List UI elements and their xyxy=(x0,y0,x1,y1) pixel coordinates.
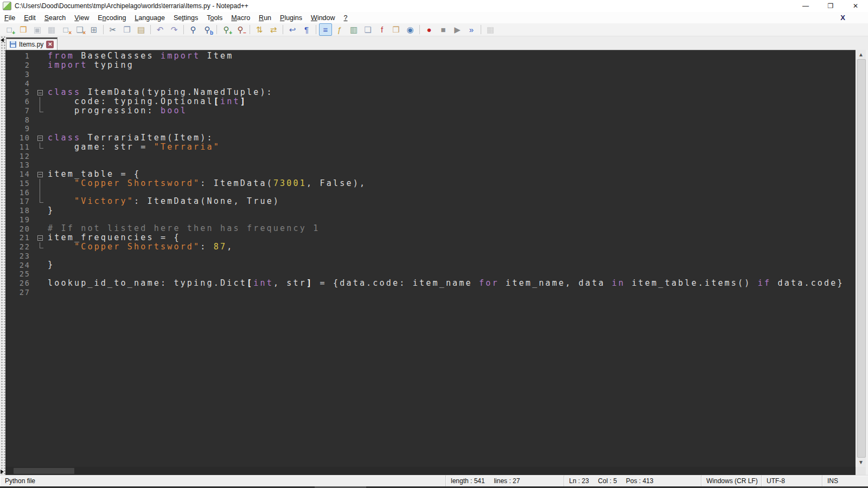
play-macro-icon[interactable]: ▶ xyxy=(451,23,464,36)
menu-edit[interactable]: Edit xyxy=(20,13,40,23)
status-encoding[interactable]: UTF-8 xyxy=(762,476,822,486)
code-line-text[interactable]: from BaseClasses import Item xyxy=(48,52,856,61)
save-file-icon[interactable]: ▣ xyxy=(31,23,44,36)
code-row-16: 16 xyxy=(5,188,856,197)
word-wrap-icon[interactable]: ↩ xyxy=(286,23,299,36)
code-row-13: 13 xyxy=(5,160,856,170)
stop-macro-icon[interactable]: ■ xyxy=(437,23,450,36)
show-all-characters-icon[interactable]: ¶ xyxy=(300,23,313,36)
close-file-icon[interactable]: □× xyxy=(59,23,72,36)
menu-run[interactable]: Run xyxy=(254,13,276,23)
code-line-text[interactable]: code: typing.Optional[int] xyxy=(48,97,856,106)
code-line-text[interactable]: } xyxy=(48,206,856,215)
fold-margin xyxy=(34,52,48,61)
close-button[interactable]: ✕ xyxy=(843,0,868,12)
redo-icon[interactable]: ↷ xyxy=(168,23,181,36)
record-macro-icon[interactable]: ● xyxy=(423,23,436,36)
line-number: 15 xyxy=(5,179,34,188)
function-list-icon[interactable]: ƒ xyxy=(333,23,346,36)
dock-collapse-left-arrow-icon[interactable] xyxy=(1,38,4,42)
menu-plugins[interactable]: Plugins xyxy=(276,13,307,23)
fold-collapse-icon[interactable] xyxy=(34,233,48,242)
menu-macro[interactable]: Macro xyxy=(227,13,254,23)
menu-view[interactable]: View xyxy=(70,13,93,23)
undo-icon[interactable]: ↶ xyxy=(154,23,167,36)
code-line-text[interactable]: progression: bool xyxy=(48,106,856,115)
line-number: 5 xyxy=(5,88,34,97)
code-line-text[interactable]: lookup_id_to_name: typing.Dict[int, str]… xyxy=(48,279,856,288)
horizontal-scrollbar-thumb[interactable] xyxy=(14,468,74,474)
code-row-24: 24} xyxy=(5,260,856,269)
cut-icon[interactable]: ✂ xyxy=(106,23,119,36)
print-icon[interactable]: ⊞ xyxy=(87,23,100,36)
word-wrap-glyph: ↩ xyxy=(289,25,296,34)
menu-encoding[interactable]: Encoding xyxy=(93,13,130,23)
tab-close-icon[interactable]: ✕ xyxy=(46,41,54,48)
zoom-in-badge: + xyxy=(229,30,232,36)
code-row-6: 6 code: typing.Optional[int] xyxy=(5,97,856,106)
code-line-text[interactable]: } xyxy=(48,260,856,269)
minimize-button[interactable]: — xyxy=(793,0,818,12)
document-list-icon[interactable]: ❏ xyxy=(361,23,374,36)
zoom-in-icon[interactable]: ⚲+ xyxy=(220,23,233,36)
vertical-scrollbar[interactable]: ▲ ▼ xyxy=(856,50,866,467)
code-line-text[interactable]: item_frequencies = { xyxy=(48,233,856,242)
fold-margin xyxy=(34,106,48,115)
dock-expand-right-arrow-icon[interactable] xyxy=(1,470,4,474)
replace-icon[interactable]: ⚲b xyxy=(201,23,214,36)
code-line-text[interactable]: class ItemData(typing.NamedTuple): xyxy=(48,88,856,97)
tab-items-py[interactable]: Items.py✕ xyxy=(6,37,58,50)
fold-collapse-icon[interactable] xyxy=(34,133,48,143)
menu-file[interactable]: File xyxy=(0,13,20,23)
close-all-icon[interactable]: ❏× xyxy=(73,23,86,36)
scroll-down-arrow-icon[interactable]: ▼ xyxy=(856,458,866,467)
menu-search[interactable]: Search xyxy=(40,13,71,23)
record-macro-glyph: ● xyxy=(426,25,431,34)
restore-button[interactable]: ❐ xyxy=(818,0,843,12)
code-line-text[interactable]: import typing xyxy=(48,61,856,70)
fold-collapse-icon[interactable] xyxy=(34,88,48,97)
menu-settings[interactable]: Settings xyxy=(169,13,202,23)
menu-help[interactable]: ? xyxy=(340,13,352,23)
show-indent-guide-icon[interactable]: ≡ xyxy=(319,23,332,36)
find-icon[interactable]: ⚲ xyxy=(187,23,200,36)
close-document-x-button[interactable]: X xyxy=(840,14,845,22)
zoom-out-icon[interactable]: ⚲− xyxy=(234,23,247,36)
monitoring-icon[interactable]: ◉ xyxy=(404,23,417,36)
code-line-text[interactable]: "Victory": ItemData(None, True) xyxy=(48,197,856,206)
code-line-text[interactable]: "Copper Shortsword": 87, xyxy=(48,242,856,252)
scroll-up-arrow-icon[interactable]: ▲ xyxy=(856,50,866,59)
toolbar-separator xyxy=(103,25,104,34)
folder-as-workspace-icon[interactable]: ❒ xyxy=(390,23,403,36)
vertical-scrollbar-thumb[interactable] xyxy=(857,59,866,458)
toolbar-separator xyxy=(250,25,250,34)
open-file-icon[interactable]: ❒ xyxy=(17,23,30,36)
code-row-25: 25 xyxy=(5,269,856,279)
code-line-text[interactable]: item_table = { xyxy=(48,170,856,179)
menu-window[interactable]: Window xyxy=(307,13,339,23)
paste-glyph: ▤ xyxy=(137,25,145,34)
copy-icon[interactable]: ❐ xyxy=(120,23,133,36)
menu-language[interactable]: Language xyxy=(130,13,169,23)
save-recorded-macro-icon[interactable]: ▦ xyxy=(484,23,497,36)
status-typing-mode[interactable]: INS xyxy=(822,476,868,486)
sync-vertical-scrolling-icon[interactable]: ⇅ xyxy=(253,23,266,36)
code-line-text[interactable]: class TerrariaItem(Item): xyxy=(48,133,856,143)
code-line-text[interactable]: "Copper Shortsword": ItemData(73001, Fal… xyxy=(48,179,856,188)
status-eol-format[interactable]: Windows (CR LF) xyxy=(701,476,762,486)
code-line-text[interactable]: game: str = "Terraria" xyxy=(48,143,856,152)
code-line-text[interactable]: # If not listed here then has frequency … xyxy=(48,224,856,233)
new-file-icon[interactable]: □+ xyxy=(3,23,16,36)
document-map-icon[interactable]: ▥ xyxy=(347,23,360,36)
menu-tools[interactable]: Tools xyxy=(202,13,227,23)
paste-icon[interactable]: ▤ xyxy=(135,23,148,36)
save-all-icon[interactable]: ▦ xyxy=(45,23,58,36)
define-language-icon[interactable]: f xyxy=(375,23,388,36)
horizontal-scrollbar[interactable] xyxy=(5,467,856,475)
code-row-26: 26lookup_id_to_name: typing.Dict[int, st… xyxy=(5,279,856,288)
run-macro-multiple-times-icon[interactable]: » xyxy=(465,23,478,36)
fold-collapse-icon[interactable] xyxy=(34,170,48,179)
sync-horizontal-scrolling-icon[interactable]: ⇄ xyxy=(267,23,280,36)
code-editor[interactable]: 1from BaseClasses import Item2import typ… xyxy=(5,50,856,467)
dock-splitter-strip[interactable] xyxy=(0,36,5,475)
